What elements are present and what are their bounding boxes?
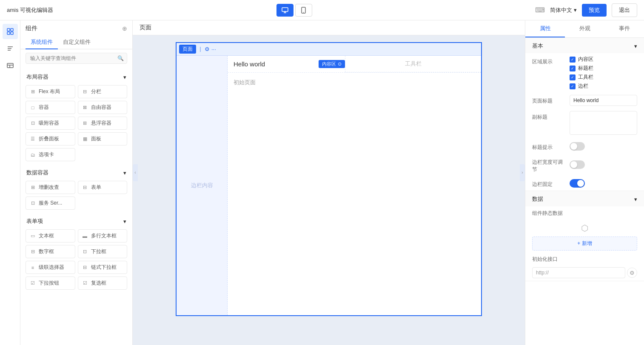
- pin-icon[interactable]: ⊕: [122, 25, 127, 32]
- comp-service[interactable]: ⊡服务 Ser...: [26, 197, 75, 210]
- left-tab-system[interactable]: 系统组件: [26, 36, 58, 49]
- chain-select-icon: ⊟: [82, 264, 88, 271]
- layout-group-title: 布局容器: [26, 73, 48, 81]
- sidebar-resize-switch[interactable]: [570, 160, 585, 169]
- sidebar-fixed-switch[interactable]: [570, 179, 585, 188]
- comp-container[interactable]: □容器: [26, 101, 75, 114]
- canvas-area[interactable]: 页面 ｜ ⚙ ··· 边栏内容 H: [133, 35, 525, 345]
- comp-split[interactable]: ⊟分栏: [78, 85, 128, 98]
- basic-section-header[interactable]: 基本 ▾: [525, 38, 644, 53]
- title-hint-switch[interactable]: [570, 142, 585, 151]
- right-tab-props[interactable]: 属性: [525, 20, 565, 37]
- data-container-header[interactable]: 数据容器 ▾: [20, 166, 132, 179]
- page-body[interactable]: 初始页面: [228, 73, 481, 92]
- left-tab-custom[interactable]: 自定义组件: [58, 36, 96, 49]
- page-label-text: ｜: [198, 46, 203, 53]
- settings-icon[interactable]: ⚙: [205, 46, 210, 52]
- svg-rect-7: [11, 29, 13, 31]
- form-items-header[interactable]: 表单项 ▾: [20, 215, 132, 228]
- right-collapse-arrow[interactable]: ›: [520, 164, 525, 181]
- api-settings-button[interactable]: ⚙: [627, 268, 637, 278]
- topbar-center: [276, 4, 312, 17]
- comp-tabs[interactable]: 🗂选项卡: [26, 148, 75, 161]
- comp-chain-select[interactable]: ⊟链式下拉框: [78, 261, 128, 274]
- page-title-input[interactable]: [570, 95, 637, 106]
- subtitle-label: 副标题: [532, 111, 566, 121]
- language-selector[interactable]: 简体中文 ▾: [550, 6, 577, 14]
- comp-checkbox[interactable]: ☑复选框: [78, 277, 128, 290]
- comp-sticky[interactable]: ⊡吸附容器: [26, 117, 75, 130]
- desktop-device-button[interactable]: [276, 4, 294, 17]
- static-data-label: 组件静态数据: [532, 210, 637, 217]
- toolbar-area[interactable]: 工具栏: [345, 56, 481, 72]
- icon-bar-components[interactable]: [3, 24, 18, 39]
- comp-free-container[interactable]: ⊠自由容器: [78, 101, 128, 114]
- comp-collapse[interactable]: ☰折叠面板: [26, 132, 75, 145]
- comp-dropdown-btn[interactable]: ☑下拉按钮: [26, 277, 75, 290]
- comp-float[interactable]: ⊞悬浮容器: [78, 117, 128, 130]
- comp-panel[interactable]: ▦面板: [78, 132, 128, 145]
- title-hint-knob: [570, 143, 577, 150]
- checkbox-content-area[interactable]: ✓ 内容区: [570, 56, 637, 63]
- preview-button[interactable]: 预览: [582, 4, 607, 17]
- right-tab-events[interactable]: 事件: [604, 20, 644, 37]
- icon-bar-data[interactable]: [3, 58, 18, 73]
- checkbox-title-bar[interactable]: ✓ 标题栏: [570, 65, 637, 72]
- page-main-content: Hello world 内容区 ⊙ 工具栏: [228, 56, 481, 315]
- comp-form[interactable]: ⊟表单: [78, 181, 128, 194]
- exit-button[interactable]: 退出: [612, 3, 637, 17]
- subtitle-textarea[interactable]: [570, 111, 637, 135]
- cascade-icon: ≡: [29, 264, 36, 271]
- comp-number[interactable]: ⊟数字框: [26, 245, 75, 258]
- svg-rect-0: [282, 8, 288, 11]
- page-content-area: 边栏内容 Hello world 内容区 ⊙: [177, 56, 481, 315]
- sidebar-fixed-toggle: [570, 179, 637, 188]
- page-title-value: [570, 95, 637, 106]
- data-grid: ⊞增删改查 ⊟表单 ⊡服务 Ser...: [20, 179, 132, 213]
- comp-text-input[interactable]: ▭文本框: [26, 229, 75, 242]
- data-icon-row: ⬡: [532, 220, 637, 237]
- sidebar-content-label: 边栏内容: [191, 182, 213, 189]
- data-section-header[interactable]: 数据 ▾: [525, 191, 644, 206]
- comp-cascade[interactable]: ≡级联选择器: [26, 261, 75, 274]
- data-diagram-icon: ⬡: [581, 223, 588, 233]
- icon-bar-outline[interactable]: [3, 41, 18, 56]
- svg-rect-8: [7, 32, 10, 34]
- more-icon[interactable]: ···: [211, 46, 216, 52]
- subtitle-value: [570, 111, 637, 136]
- main-layout: 组件 ⊕ 系统组件 自定义组件 🔍 布局容器 ▾ ⊞Flex 布局 ⊟分栏 □容…: [0, 20, 644, 345]
- form-items-title: 表单项: [26, 217, 43, 225]
- init-api-input[interactable]: [532, 267, 625, 278]
- chevron-down-icon: ▾: [574, 7, 577, 13]
- left-collapse-arrow[interactable]: ‹: [133, 164, 138, 181]
- page-title-display: Hello world: [234, 60, 265, 68]
- comp-crud[interactable]: ⊞增删改查: [26, 181, 75, 194]
- region-checkboxes: ✓ 内容区 ✓ 标题栏 ✓ 工具栏 ✓ 边栏: [570, 56, 637, 90]
- flex-icon: ⊞: [29, 88, 36, 95]
- search-box: 🔍: [26, 53, 127, 64]
- add-data-button[interactable]: + 新增: [532, 237, 637, 251]
- number-icon: ⊟: [29, 248, 36, 255]
- container-icon: □: [29, 104, 36, 111]
- page-body-text: 初始页面: [234, 79, 256, 86]
- content-badge-area[interactable]: 内容区 ⊙: [319, 56, 345, 72]
- checkbox-toolbar[interactable]: ✓ 工具栏: [570, 74, 637, 81]
- comp-select[interactable]: ⊡下拉框: [78, 245, 128, 258]
- center-header: 页面: [133, 20, 525, 35]
- title-hint-label: 标题提示: [532, 141, 566, 151]
- topbar-right: ⌨ 简体中文 ▾ 预览 退出: [535, 3, 637, 17]
- svg-rect-13: [7, 63, 13, 68]
- checkbox-sidebar[interactable]: ✓ 边栏: [570, 83, 637, 90]
- mobile-device-button[interactable]: [295, 4, 312, 17]
- free-container-icon: ⊠: [82, 104, 88, 111]
- content-top-row: Hello world 内容区 ⊙ 工具栏: [228, 56, 481, 73]
- comp-flex[interactable]: ⊞Flex 布局: [26, 85, 75, 98]
- right-tab-appearance[interactable]: 外观: [565, 20, 604, 37]
- page-sidebar[interactable]: 边栏内容: [177, 56, 228, 315]
- sidebar-resize-knob: [570, 161, 577, 168]
- float-icon: ⊞: [82, 120, 88, 127]
- layout-container-header[interactable]: 布局容器 ▾: [20, 71, 132, 83]
- data-container-group: 数据容器 ▾ ⊞增删改查 ⊟表单 ⊡服务 Ser...: [20, 166, 132, 213]
- search-input[interactable]: [26, 53, 127, 64]
- comp-textarea[interactable]: ▬多行文本框: [78, 229, 128, 242]
